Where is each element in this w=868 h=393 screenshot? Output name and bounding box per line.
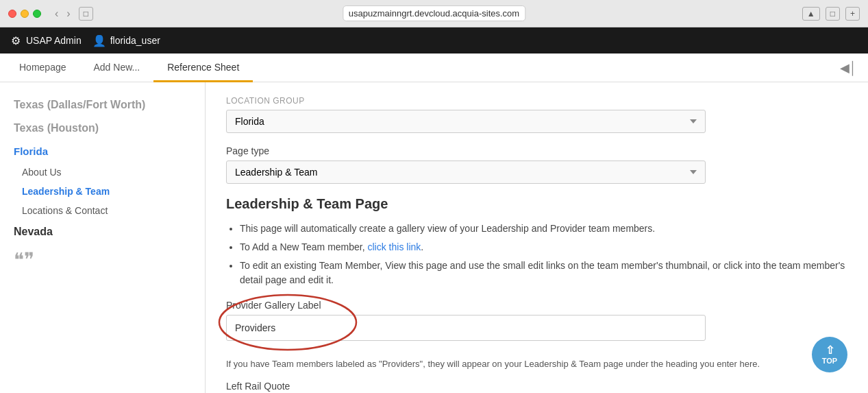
sidebar-item-locations-contact[interactable]: Locations & Contact	[0, 201, 205, 220]
tab-add-new[interactable]: Add New...	[80, 53, 154, 82]
window-view-toggle[interactable]: □	[79, 7, 93, 21]
sidebar-item-leadership-team[interactable]: Leadership & Team	[0, 182, 205, 201]
collapse-icon[interactable]: ◀│	[840, 60, 857, 75]
provider-gallery-helper: If you have Team members labeled as "Pro…	[226, 357, 847, 371]
back-to-top-button[interactable]: ⇧ TOP	[812, 337, 847, 372]
new-tab-button[interactable]: +	[845, 7, 860, 21]
back-to-top-label: TOP	[822, 357, 837, 366]
gear-icon: ⚙	[11, 34, 21, 47]
app-layout: Texas (Dallas/Fort Worth) Texas (Houston…	[0, 82, 868, 393]
bullet-list: This page will automatically create a ga…	[226, 222, 847, 287]
sidebar-item-nevada[interactable]: Nevada	[0, 220, 205, 243]
provider-gallery-input[interactable]: Providers	[226, 315, 706, 341]
sidebar-item-texas-houston[interactable]: Texas (Houston)	[0, 117, 205, 140]
tab-homepage[interactable]: Homepage	[5, 53, 80, 82]
tab-bar-end: ◀│	[840, 53, 863, 82]
location-group-field: Location Group Florida	[226, 96, 847, 133]
bullet-item-1: This page will automatically create a ga…	[240, 222, 847, 236]
click-this-link[interactable]: click this link	[368, 241, 421, 252]
admin-brand[interactable]: ⚙ USAP Admin	[11, 34, 82, 47]
nav-arrows: ‹ ›	[52, 6, 73, 21]
bullet-item-2: To Add a New Team member, click this lin…	[240, 240, 847, 254]
sidebar-item-texas-dfw[interactable]: Texas (Dallas/Fort Worth)	[0, 93, 205, 117]
user-label: florida_user	[110, 35, 160, 46]
share-button[interactable]: ▲	[802, 7, 820, 21]
tab-overview-button[interactable]: □	[826, 7, 840, 21]
section-heading: Leadership & Team Page	[226, 196, 847, 212]
user-icon: 👤	[92, 34, 106, 47]
minimize-button[interactable]	[21, 10, 29, 18]
left-rail-quote-label: Left Rail Quote	[226, 381, 847, 392]
main-content: Location Group Florida Page type Leaders…	[206, 82, 868, 393]
page-type-label: Page type	[226, 145, 847, 156]
sidebar: Texas (Dallas/Fort Worth) Texas (Houston…	[0, 82, 206, 393]
window-chrome: ‹ › □ usapuzmainngrt.devcloud.acquia-sit…	[0, 0, 868, 27]
admin-bar: ⚙ USAP Admin 👤 florida_user	[0, 27, 868, 53]
page-type-select[interactable]: Leadership & Team	[226, 160, 706, 184]
sidebar-item-about-us[interactable]: About Us	[0, 163, 205, 182]
provider-gallery-label: Provider Gallery Label	[226, 300, 847, 311]
url-bar[interactable]: usapuzmainngrt.devcloud.acquia-sites.com	[343, 5, 525, 21]
sidebar-bottom: ❝❞	[0, 243, 205, 278]
location-group-select[interactable]: Florida	[226, 110, 706, 133]
back-arrow[interactable]: ‹	[52, 6, 61, 21]
back-to-top-arrow: ⇧	[826, 344, 834, 357]
tab-reference-sheet[interactable]: Reference Sheet	[153, 53, 253, 82]
traffic-lights	[8, 10, 41, 18]
window-actions: ▲ □ +	[802, 7, 860, 21]
brand-label: USAP Admin	[26, 35, 82, 46]
quote-icon: ❝❞	[14, 248, 34, 271]
close-button[interactable]	[8, 10, 16, 18]
page-type-field: Page type Leadership & Team	[226, 145, 847, 184]
sidebar-item-florida[interactable]: Florida	[0, 140, 205, 163]
admin-user[interactable]: 👤 florida_user	[92, 34, 160, 47]
bullet-item-3: To edit an existing Team Member, View th…	[240, 259, 847, 287]
location-group-label: Location Group	[226, 96, 847, 106]
maximize-button[interactable]	[33, 10, 41, 18]
forward-arrow[interactable]: ›	[64, 6, 73, 21]
left-rail-quote-field: Left Rail Quote	[226, 381, 847, 394]
tab-bar: Homepage Add New... Reference Sheet ◀│	[0, 53, 868, 82]
provider-gallery-section: Provider Gallery Label Providers	[226, 300, 847, 341]
